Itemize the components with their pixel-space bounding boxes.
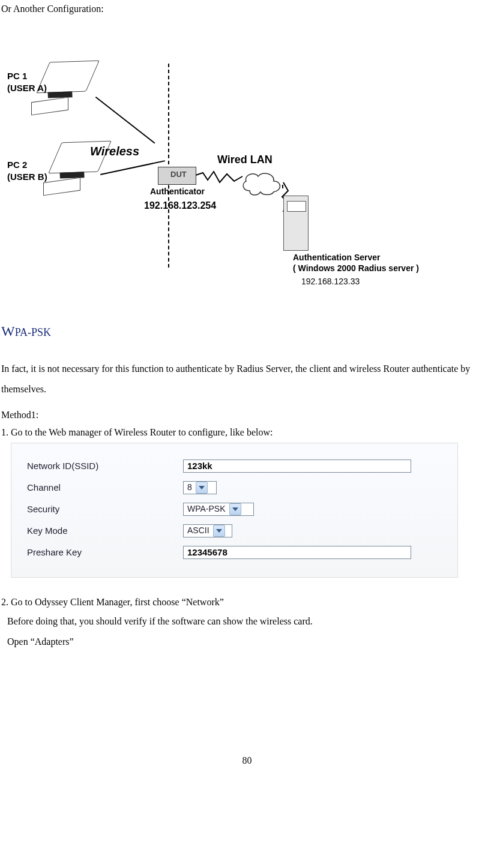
auth-server-line2: ( Windows 2000 Radius server ) (293, 263, 419, 275)
auth-server-ip: 192.168.123.33 (301, 276, 360, 288)
cloud-shape (239, 169, 285, 197)
dut-ip: 192.168.123.254 (144, 199, 216, 212)
dashed-divider (168, 64, 169, 268)
row-keymode: Key Mode ASCII (27, 521, 442, 540)
wpa-heading-rest: PA-PSK (15, 326, 51, 338)
channel-select[interactable]: 8 (183, 481, 217, 494)
preshare-label: Preshare Key (27, 546, 183, 558)
pc2-keyboard (43, 178, 80, 196)
row-channel: Channel 8 (27, 478, 442, 497)
pc2-user: (USER B) (7, 170, 47, 183)
chevron-down-icon (196, 482, 208, 494)
line-pc2-dut (100, 161, 165, 176)
keymode-label: Key Mode (27, 524, 183, 537)
step1-text: 1. Go to the Web manager of Wireless Rou… (1, 426, 493, 439)
ssid-label: Network ID(SSID) (27, 459, 183, 472)
pc1-user: (USER A) (7, 82, 47, 94)
auth-server-line1: Authentication Server (293, 252, 380, 264)
intro-line: Or Another Configuration: (1, 2, 493, 16)
wpa-paragraph: In fact, it is not necessary for this fu… (1, 359, 493, 399)
line-pc1-dut (95, 97, 155, 144)
pc2-name: PC 2 (7, 158, 27, 171)
wired-lan-label: Wired LAN (217, 152, 273, 167)
network-diagram: PC 1 (USER A) PC 2 (USER B) Wireless DUT… (7, 52, 427, 304)
channel-value: 8 (187, 482, 192, 494)
ssid-input[interactable] (183, 459, 411, 473)
row-preshare: Preshare Key (27, 543, 442, 562)
chevron-down-icon (229, 503, 241, 515)
security-value: WPA-PSK (187, 503, 226, 515)
page-number: 80 (1, 754, 493, 767)
row-security: Security WPA-PSK (27, 500, 442, 519)
wpa-heading-initial: W (1, 323, 15, 339)
line-dut-cloud (196, 170, 244, 188)
preshare-input[interactable] (183, 546, 411, 559)
chevron-down-icon (213, 525, 225, 537)
keymode-select[interactable]: ASCII (183, 524, 232, 537)
step2-text: 2. Go to Odyssey Client Manager, first c… (1, 596, 493, 609)
keymode-value: ASCII (187, 525, 209, 537)
channel-label: Channel (27, 481, 183, 494)
wpa-psk-heading: WPA-PSK (1, 322, 493, 342)
wireless-label: Wireless (90, 143, 139, 160)
router-config-screenshot: Network ID(SSID) Channel 8 Security WPA-… (11, 443, 458, 578)
dut-label: DUT (170, 169, 187, 180)
step2a-text: Before doing that, you should verify if … (7, 611, 493, 632)
pc1-name: PC 1 (7, 70, 27, 82)
step2b-text: Open “Adapters” (7, 632, 493, 652)
server-box (283, 196, 309, 251)
security-label: Security (27, 503, 183, 515)
pc1-keyboard (31, 97, 68, 116)
method1-label: Method1: (1, 409, 493, 422)
security-select[interactable]: WPA-PSK (183, 503, 254, 516)
row-ssid: Network ID(SSID) (27, 456, 442, 476)
